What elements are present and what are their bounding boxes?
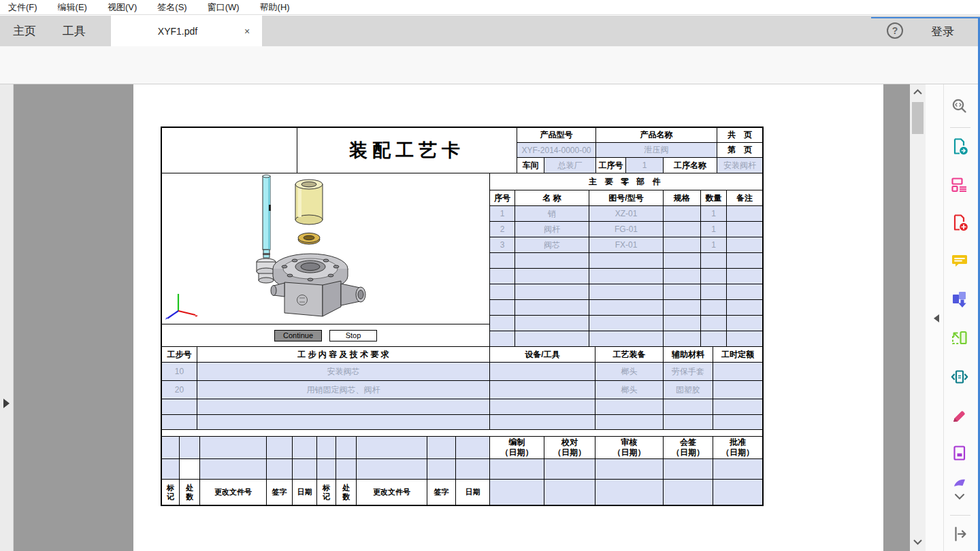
part-remark-field[interactable] (727, 253, 762, 269)
revision-field[interactable] (180, 437, 200, 459)
part-drawing-field[interactable]: FX-01 (589, 237, 664, 253)
part-no-field[interactable] (490, 300, 515, 316)
revision-field[interactable] (357, 437, 427, 459)
fill-sign-button[interactable] (949, 405, 970, 427)
part-no-field[interactable]: 3 (490, 237, 515, 253)
part-remark-field[interactable] (727, 206, 762, 222)
process-no-field[interactable]: 1 (626, 158, 664, 173)
step-no-field[interactable]: 10 (162, 363, 197, 381)
step-material-field[interactable] (664, 399, 713, 415)
checked-field[interactable] (544, 459, 595, 480)
step-no-field[interactable] (162, 415, 197, 430)
revision-field[interactable] (427, 437, 456, 459)
part-no-field[interactable] (490, 253, 515, 269)
part-qty-field[interactable] (701, 284, 727, 300)
comment-tool-button[interactable] (949, 250, 970, 271)
tab-home[interactable]: 主页 (5, 16, 44, 46)
part-qty-field[interactable]: 1 (701, 206, 727, 222)
revision-field[interactable] (293, 437, 317, 459)
sign-in-button[interactable]: 登录 (931, 24, 954, 39)
search-tool-button[interactable] (949, 95, 970, 117)
part-drawing-field[interactable] (589, 253, 664, 269)
tab-document[interactable]: XYF1.pdf × (111, 16, 262, 46)
prepared-field[interactable] (490, 459, 544, 480)
revision-field[interactable] (267, 459, 293, 480)
part-drawing-field[interactable]: FG-01 (589, 222, 664, 237)
part-no-field[interactable]: 2 (490, 222, 515, 237)
part-spec-field[interactable] (664, 222, 701, 237)
reviewed-field[interactable] (595, 480, 664, 505)
part-drawing-field[interactable] (589, 300, 664, 316)
countersigned-field[interactable] (664, 459, 713, 480)
part-name-field[interactable] (515, 269, 589, 284)
step-quota-field[interactable] (713, 399, 762, 415)
menu-edit[interactable]: 编辑(E) (58, 1, 87, 14)
step-content-field[interactable]: 安装阀芯 (197, 363, 490, 381)
step-no-field[interactable]: 20 (162, 381, 197, 399)
help-icon[interactable]: ? (887, 22, 903, 39)
part-no-field[interactable] (490, 316, 515, 331)
part-name-field[interactable] (515, 284, 589, 300)
revision-field[interactable] (336, 459, 357, 480)
revision-field[interactable] (162, 437, 180, 459)
tab-tools[interactable]: 工具 (55, 16, 93, 46)
part-name-field[interactable]: 阀杆 (515, 222, 589, 237)
part-name-field[interactable] (515, 300, 589, 316)
scroll-up-icon[interactable] (913, 88, 923, 95)
revision-field[interactable] (357, 459, 427, 480)
revision-field[interactable] (293, 459, 317, 480)
part-spec-field[interactable] (664, 206, 701, 222)
menu-file[interactable]: 文件(F) (8, 1, 37, 14)
step-equipment-field[interactable] (490, 381, 595, 399)
scroll-down-icon[interactable] (913, 539, 923, 546)
revision-field[interactable] (200, 459, 267, 480)
part-remark-field[interactable] (727, 331, 762, 347)
expand-tools-panel-button[interactable] (949, 523, 970, 545)
revision-field[interactable] (267, 437, 293, 459)
part-qty-field[interactable]: 1 (701, 237, 727, 253)
scrollbar-thumb[interactable] (912, 102, 924, 134)
revision-field[interactable] (317, 437, 336, 459)
part-drawing-field[interactable]: XZ-01 (589, 206, 664, 222)
scroll-tools-down-button[interactable] (949, 491, 970, 502)
stop-button[interactable]: Stop (329, 330, 377, 341)
part-remark-field[interactable] (727, 269, 762, 284)
countersigned-field[interactable] (664, 480, 713, 505)
more-tools-button[interactable] (949, 475, 970, 490)
revision-field[interactable] (162, 459, 180, 480)
collapse-panel-icon[interactable] (930, 314, 939, 322)
part-spec-field[interactable] (664, 284, 701, 300)
part-spec-field[interactable] (664, 300, 701, 316)
menu-sign[interactable]: 签名(S) (157, 1, 186, 14)
part-qty-field[interactable] (701, 269, 727, 284)
part-qty-field[interactable]: 1 (701, 222, 727, 237)
revision-field[interactable] (336, 437, 357, 459)
part-name-field[interactable] (515, 316, 589, 331)
part-name-field[interactable]: 阀芯 (515, 237, 589, 253)
create-pdf-button[interactable] (949, 212, 970, 233)
export-pdf-button[interactable] (949, 135, 970, 157)
step-tooling-field[interactable]: 榔头 (595, 363, 664, 381)
step-content-field[interactable] (197, 415, 490, 430)
menu-window[interactable]: 窗口(W) (208, 1, 240, 14)
part-remark-field[interactable] (727, 237, 762, 253)
part-qty-field[interactable] (701, 316, 727, 331)
revision-field[interactable] (456, 437, 490, 459)
step-material-field[interactable]: 固塑胶 (664, 381, 713, 399)
approved-field[interactable] (713, 480, 762, 505)
part-spec-field[interactable] (664, 269, 701, 284)
part-qty-field[interactable] (701, 300, 727, 316)
step-material-field[interactable] (664, 415, 713, 430)
approved-field[interactable] (713, 459, 762, 480)
part-qty-field[interactable] (701, 253, 727, 269)
close-tab-icon[interactable]: × (244, 26, 262, 37)
part-spec-field[interactable] (664, 316, 701, 331)
step-equipment-field[interactable] (490, 415, 595, 430)
part-remark-field[interactable] (727, 316, 762, 331)
expand-left-panel-icon[interactable] (3, 399, 14, 408)
part-no-field[interactable] (490, 269, 515, 284)
revision-field[interactable] (456, 459, 490, 480)
part-drawing-field[interactable] (589, 269, 664, 284)
menu-view[interactable]: 视图(V) (108, 1, 137, 14)
step-content-field[interactable] (197, 399, 490, 415)
